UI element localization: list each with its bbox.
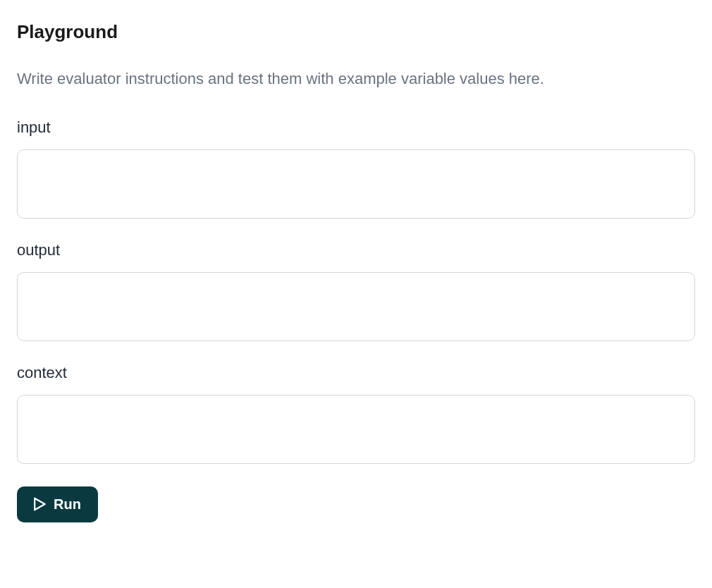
context-field-group: context — [17, 364, 695, 467]
play-icon — [34, 497, 47, 511]
input-label: input — [17, 118, 695, 137]
run-button[interactable]: Run — [17, 486, 98, 522]
output-textarea[interactable] — [17, 272, 695, 341]
run-button-label: Run — [54, 496, 81, 513]
input-field-group: input — [17, 118, 695, 221]
context-textarea[interactable] — [17, 395, 695, 464]
input-textarea[interactable] — [17, 149, 695, 219]
output-field-group: output — [17, 241, 695, 344]
output-label: output — [17, 241, 695, 259]
page-description: Write evaluator instructions and test th… — [17, 68, 695, 90]
page-title: Playground — [17, 21, 695, 43]
context-label: context — [17, 364, 695, 382]
